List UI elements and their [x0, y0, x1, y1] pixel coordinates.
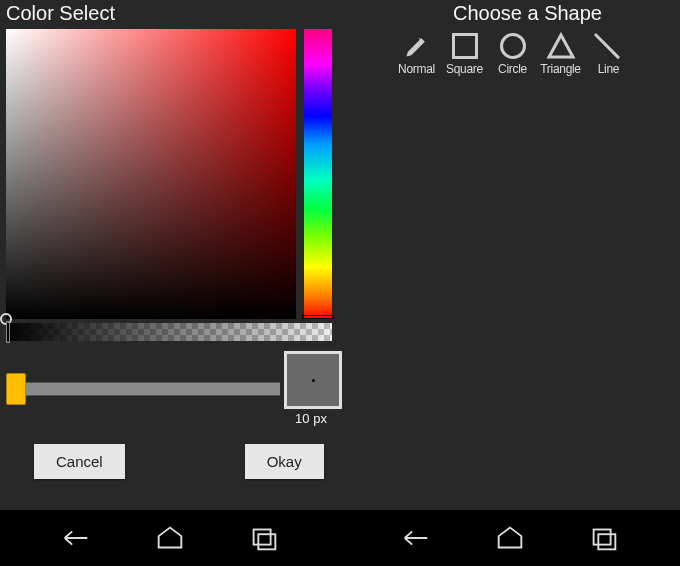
brush-size-slider[interactable]	[6, 364, 280, 414]
shape-label-normal: Normal	[398, 62, 435, 76]
svg-rect-3	[594, 530, 611, 545]
alpha-slider[interactable]	[6, 323, 332, 341]
android-navbar	[0, 510, 680, 566]
slider-track	[6, 382, 280, 396]
shape-label-triangle: Triangle	[540, 62, 581, 76]
hue-slider[interactable]	[304, 29, 332, 319]
nav-recent-button[interactable]	[246, 520, 282, 556]
nav-home-button-2[interactable]	[492, 520, 528, 556]
shape-circle[interactable]: Circle	[492, 29, 534, 76]
svg-rect-4	[598, 534, 615, 549]
color-select-panel: Color Select 10 px	[0, 0, 345, 510]
cancel-button[interactable]: Cancel	[34, 444, 125, 479]
saturation-value-field[interactable]	[6, 29, 296, 319]
triangle-icon	[544, 29, 578, 63]
nav-recent-button-2[interactable]	[586, 520, 622, 556]
nav-back-button[interactable]	[58, 520, 94, 556]
brush-preview-dot	[312, 379, 315, 382]
svg-rect-1	[254, 530, 271, 545]
shape-triangle[interactable]: Triangle	[540, 29, 582, 76]
shape-label-line: Line	[598, 62, 620, 76]
circle-icon	[496, 29, 530, 63]
shape-square[interactable]: Square	[444, 29, 486, 76]
hue-cursor[interactable]	[302, 315, 334, 319]
brush-size-label: 10 px	[282, 411, 340, 426]
shape-label-square: Square	[446, 62, 483, 76]
brush-preview	[284, 351, 342, 409]
shape-label-circle: Circle	[498, 62, 527, 76]
shape-select-panel: Choose a Shape Normal Square Circle Tr	[345, 0, 680, 510]
shape-normal[interactable]: Normal	[396, 29, 438, 76]
okay-button[interactable]: Okay	[245, 444, 324, 479]
color-select-title: Color Select	[6, 2, 345, 25]
svg-marker-0	[549, 35, 573, 57]
shape-select-title: Choose a Shape	[375, 2, 680, 25]
slider-thumb[interactable]	[6, 373, 26, 405]
alpha-cursor[interactable]	[6, 321, 10, 343]
nav-home-button[interactable]	[152, 520, 188, 556]
svg-rect-2	[258, 534, 275, 549]
square-icon	[448, 29, 482, 63]
shape-line[interactable]: Line	[588, 29, 630, 76]
nav-back-button-2[interactable]	[398, 520, 434, 556]
pencil-icon	[400, 29, 434, 63]
line-icon	[592, 29, 626, 63]
